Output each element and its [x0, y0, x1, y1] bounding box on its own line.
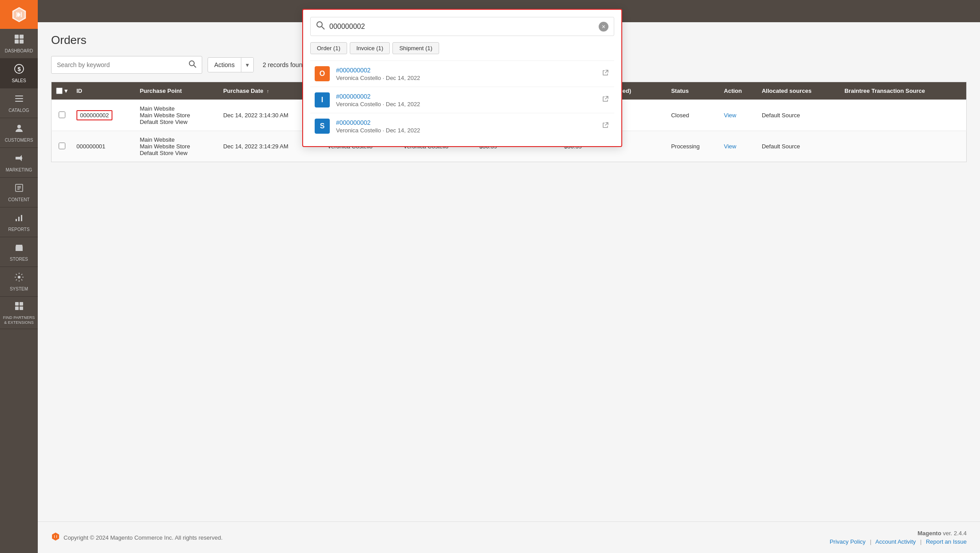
- privacy-policy-link[interactable]: Privacy Policy: [830, 538, 866, 545]
- row-braintree-source: [840, 131, 967, 162]
- account-activity-link[interactable]: Account Activity: [876, 538, 916, 545]
- svg-rect-7: [15, 98, 23, 99]
- svg-line-27: [322, 27, 324, 29]
- row-id: 000000001: [72, 131, 135, 162]
- svg-rect-15: [18, 217, 20, 221]
- sidebar: DASHBOARD $ SALES CATALOG CUSTOMERS MARK…: [0, 0, 38, 553]
- sidebar-item-reports[interactable]: REPORTS: [0, 207, 38, 237]
- svg-point-26: [317, 22, 322, 27]
- sidebar-item-marketing[interactable]: MARKETING: [0, 148, 38, 178]
- row-checkbox[interactable]: [59, 143, 65, 149]
- result-number: #000000002: [336, 67, 610, 74]
- sidebar-item-catalog[interactable]: CATALOG: [0, 88, 38, 118]
- result-number: #000000002: [336, 93, 610, 100]
- open-in-new-icon: [602, 69, 609, 78]
- th-id: ID: [72, 82, 135, 100]
- search-tabs: Order (1) Invoice (1) Shipment (1): [310, 42, 614, 54]
- svg-rect-0: [15, 35, 19, 39]
- actions-arrow-icon[interactable]: ▾: [241, 58, 253, 72]
- svg-rect-8: [15, 101, 23, 102]
- search-clear-button[interactable]: ×: [599, 22, 608, 32]
- sidebar-item-content-label: CONTENT: [8, 197, 29, 203]
- footer-copyright: Copyright © 2024 Magento Commerce Inc. A…: [64, 534, 223, 541]
- catalog-icon: [14, 94, 24, 106]
- sidebar-item-stores[interactable]: STORES: [0, 237, 38, 267]
- svg-rect-16: [21, 215, 22, 221]
- order-id: 000000001: [76, 143, 105, 150]
- row-checkbox-cell: [52, 131, 72, 162]
- row-allocated-sources: Default Source: [757, 100, 840, 131]
- th-checkbox: ▾: [52, 82, 72, 100]
- svg-rect-3: [20, 40, 24, 44]
- customers-icon: [14, 123, 24, 136]
- row-status: Closed: [667, 100, 720, 131]
- result-info: #000000002 Veronica Costello · Dec 14, 2…: [336, 67, 610, 81]
- search-result-item[interactable]: S #000000002 Veronica Costello · Dec 14,…: [310, 113, 614, 139]
- sidebar-item-system-label: SYSTEM: [10, 286, 28, 292]
- search-result-item[interactable]: O #000000002 Veronica Costello · Dec 14,…: [310, 60, 614, 87]
- svg-rect-6: [15, 95, 23, 96]
- svg-rect-1: [20, 35, 24, 39]
- result-detail: Veronica Costello · Dec 14, 2022: [336, 75, 610, 81]
- view-link[interactable]: View: [724, 112, 736, 119]
- sidebar-item-dashboard[interactable]: DASHBOARD: [0, 29, 38, 59]
- sidebar-item-sales-label: SALES: [12, 78, 26, 84]
- actions-dropdown[interactable]: Actions ▾: [208, 57, 254, 72]
- select-all-checkbox[interactable]: [56, 88, 63, 94]
- search-box[interactable]: [51, 56, 202, 74]
- search-overlay-input[interactable]: [329, 23, 599, 31]
- row-checkbox-cell: [52, 100, 72, 131]
- footer-links: Privacy Policy | Account Activity | Repo…: [830, 538, 967, 545]
- row-allocated-sources: Default Source: [757, 131, 840, 162]
- search-tab-shipment[interactable]: Shipment (1): [392, 42, 439, 54]
- sales-icon: $: [14, 64, 24, 76]
- result-info: #000000002 Veronica Costello · Dec 14, 2…: [336, 119, 610, 134]
- open-in-new-icon: [602, 122, 609, 131]
- svg-rect-20: [15, 302, 19, 306]
- search-overlay-input-row: ×: [310, 17, 614, 36]
- footer-separator-2: |: [920, 538, 921, 545]
- svg-point-24: [189, 61, 194, 66]
- stores-icon: [14, 243, 24, 255]
- sidebar-item-catalog-label: CATALOG: [8, 108, 29, 113]
- sidebar-item-system[interactable]: SYSTEM: [0, 267, 38, 297]
- sort-arrow-icon: ↑: [267, 88, 269, 94]
- svg-rect-22: [15, 306, 19, 310]
- system-icon: [14, 272, 24, 285]
- report-issue-link[interactable]: Report an Issue: [926, 538, 967, 545]
- search-results: O #000000002 Veronica Costello · Dec 14,…: [310, 60, 614, 139]
- result-type-icon: S: [315, 119, 330, 134]
- row-status: Processing: [667, 131, 720, 162]
- sidebar-item-content[interactable]: CONTENT: [0, 178, 38, 207]
- search-result-item[interactable]: I #000000002 Veronica Costello · Dec 14,…: [310, 87, 614, 113]
- sidebar-item-customers-label: CUSTOMERS: [5, 138, 33, 143]
- footer-version-label: Magento: [917, 530, 941, 537]
- search-tab-order[interactable]: Order (1): [310, 42, 347, 54]
- search-icon: [188, 60, 196, 70]
- magento-logo-icon: [11, 6, 28, 23]
- sidebar-item-marketing-label: MARKETING: [6, 167, 32, 173]
- result-detail: Veronica Costello · Dec 14, 2022: [336, 101, 610, 107]
- view-link[interactable]: View: [724, 143, 736, 150]
- row-purchase-point: Main WebsiteMain Website StoreDefault St…: [135, 131, 219, 162]
- sidebar-item-customers[interactable]: CUSTOMERS: [0, 118, 38, 148]
- th-checkbox-arrow[interactable]: ▾: [64, 88, 68, 94]
- row-checkbox[interactable]: [59, 111, 65, 118]
- search-input[interactable]: [57, 61, 188, 68]
- th-braintree-source: Braintree Transaction Source: [840, 82, 967, 100]
- result-type-icon: I: [315, 92, 330, 107]
- dashboard-icon: [14, 34, 24, 47]
- search-tab-invoice[interactable]: Invoice (1): [350, 42, 390, 54]
- footer: Copyright © 2024 Magento Commerce Inc. A…: [38, 521, 980, 553]
- sidebar-item-dashboard-label: DASHBOARD: [5, 48, 33, 54]
- svg-point-9: [17, 125, 21, 128]
- svg-rect-21: [20, 302, 23, 306]
- sidebar-item-sales[interactable]: $ SALES: [0, 59, 38, 88]
- row-action: View: [720, 100, 757, 131]
- sidebar-item-stores-label: STORES: [10, 257, 28, 262]
- order-id-highlighted: 000000002: [76, 110, 112, 120]
- sidebar-item-find-partners[interactable]: FIND PARTNERS & EXTENSIONS: [0, 297, 38, 329]
- reports-icon: [14, 213, 24, 225]
- search-overlay-icon: [316, 21, 325, 32]
- svg-rect-23: [20, 306, 23, 310]
